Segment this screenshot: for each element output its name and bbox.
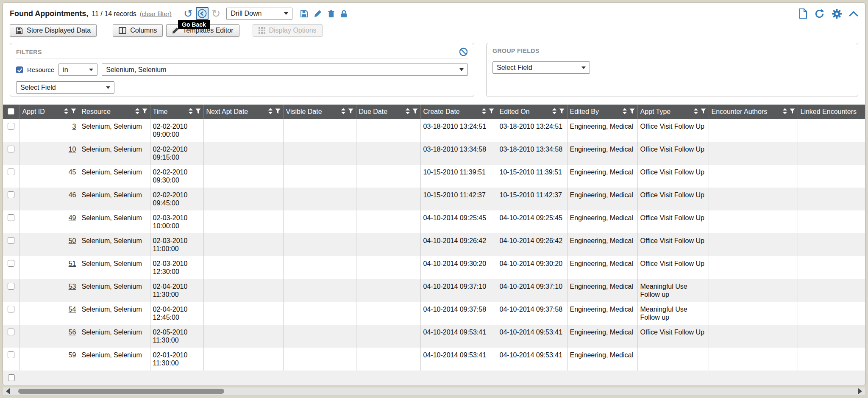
- cell-next_apt_date: [203, 279, 283, 302]
- columns-button[interactable]: Columns: [113, 24, 163, 37]
- go-back-button[interactable]: [196, 7, 209, 20]
- appt-id-link[interactable]: 10: [69, 146, 76, 153]
- appt-id-link[interactable]: 56: [69, 329, 76, 336]
- column-filter-icon[interactable]: [489, 108, 494, 116]
- table-row: 45Selenium, Selenium02-02-2010 09:30:001…: [3, 165, 865, 188]
- undo-icon[interactable]: ↺: [184, 8, 193, 19]
- column-filter-icon[interactable]: [412, 108, 418, 116]
- cell-time: 02-04-2010 12:45:00: [150, 302, 203, 325]
- row-checkbox[interactable]: [8, 123, 14, 130]
- sort-icon[interactable]: [188, 108, 193, 116]
- row-checkbox[interactable]: [8, 283, 14, 290]
- sort-icon[interactable]: [481, 108, 487, 116]
- column-filter-icon[interactable]: [195, 108, 201, 116]
- appt-id-link[interactable]: 3: [72, 123, 76, 130]
- cell-next_apt_date: [203, 233, 283, 256]
- column-header-visible_date[interactable]: Visible Date: [283, 105, 356, 119]
- table-row: 53Selenium, Selenium02-04-2010 11:30:000…: [3, 279, 865, 302]
- column-header-linked_encounters[interactable]: Linked Encounters: [798, 105, 865, 119]
- row-checkbox[interactable]: [8, 260, 14, 267]
- column-header-time[interactable]: Time: [150, 105, 203, 119]
- sort-icon[interactable]: [782, 108, 787, 116]
- cell-linked_encounters: [798, 256, 865, 279]
- sort-icon[interactable]: [341, 108, 346, 116]
- row-checkbox[interactable]: [8, 146, 14, 152]
- appt-id-link[interactable]: 49: [69, 214, 76, 221]
- appt-id-link[interactable]: 53: [69, 283, 76, 290]
- column-filter-icon[interactable]: [275, 108, 281, 116]
- scroll-right-arrow-icon[interactable]: [858, 388, 862, 394]
- filter-operator-select[interactable]: in: [58, 64, 97, 76]
- appt-id-link[interactable]: 54: [69, 306, 76, 313]
- scroll-left-arrow-icon[interactable]: [6, 388, 10, 394]
- column-header-create_date[interactable]: Create Date: [420, 105, 497, 119]
- go-back-icon: [198, 9, 207, 18]
- column-filter-icon[interactable]: [559, 108, 565, 116]
- clear-filter-link[interactable]: (clear filter): [140, 10, 172, 17]
- appt-id-link[interactable]: 50: [69, 237, 76, 244]
- sort-icon[interactable]: [552, 108, 557, 116]
- column-filter-icon[interactable]: [790, 108, 795, 116]
- go-forward-icon[interactable]: ↻: [211, 8, 221, 19]
- row-checkbox[interactable]: [8, 306, 14, 312]
- delete-trash-icon[interactable]: [328, 10, 335, 18]
- cell-due_date: [356, 142, 420, 165]
- row-checkbox[interactable]: [8, 374, 15, 381]
- column-header-appt_type[interactable]: Appt Type: [637, 105, 709, 119]
- sort-icon[interactable]: [64, 108, 69, 116]
- settings-gear-icon[interactable]: [832, 8, 842, 19]
- column-header-encounter_authors[interactable]: Encounter Authors: [709, 105, 798, 119]
- sort-icon[interactable]: [135, 108, 140, 116]
- column-header-edited_by[interactable]: Edited By: [567, 105, 637, 119]
- appt-id-link[interactable]: 59: [69, 351, 76, 359]
- column-filter-icon[interactable]: [142, 108, 147, 116]
- column-header-next_apt_date[interactable]: Next Apt Date: [203, 105, 283, 119]
- sort-icon[interactable]: [268, 108, 273, 116]
- select-all-checkbox[interactable]: [8, 108, 14, 115]
- appt-id-link[interactable]: 45: [69, 169, 76, 176]
- appt-id-link[interactable]: 46: [69, 191, 76, 199]
- filter-enabled-checkbox[interactable]: [16, 66, 23, 73]
- clear-filters-icon[interactable]: [459, 47, 468, 56]
- group-field-select[interactable]: Select Field: [492, 61, 590, 74]
- save-icon[interactable]: [300, 10, 308, 18]
- lock-icon[interactable]: [341, 10, 347, 18]
- cell-next_apt_date: [203, 165, 283, 188]
- cell-edited_on: 03-18-2010 13:24:51: [497, 119, 567, 142]
- column-filter-icon[interactable]: [701, 108, 706, 116]
- filter-add-field-select[interactable]: Select Field: [16, 81, 114, 94]
- row-checkbox[interactable]: [8, 169, 14, 175]
- store-displayed-data-button[interactable]: Store Displayed Data: [10, 24, 97, 37]
- cell-due_date: [356, 119, 420, 142]
- column-header-resource[interactable]: Resource: [79, 105, 150, 119]
- filter-value-select[interactable]: Selenium, Selenium: [102, 64, 468, 76]
- cell-due_date: [356, 165, 420, 188]
- refresh-icon[interactable]: [814, 8, 825, 19]
- document-icon[interactable]: [799, 8, 807, 19]
- column-filter-icon[interactable]: [348, 108, 353, 116]
- dropdown-caret-icon: [459, 68, 464, 71]
- row-checkbox[interactable]: [8, 214, 14, 221]
- row-checkbox[interactable]: [8, 191, 14, 198]
- column-header-edited_on[interactable]: Edited On: [497, 105, 567, 119]
- row-checkbox[interactable]: [8, 329, 14, 335]
- column-header-appt_id[interactable]: Appt ID: [19, 105, 79, 119]
- sort-icon[interactable]: [405, 108, 410, 116]
- column-filter-icon[interactable]: [629, 108, 635, 116]
- horizontal-scrollbar[interactable]: [3, 387, 865, 395]
- horizontal-scrollbar-thumb[interactable]: [18, 389, 224, 394]
- drill-down-select[interactable]: Drill Down: [226, 8, 292, 20]
- column-header-due_date[interactable]: Due Date: [356, 105, 420, 119]
- sort-icon[interactable]: [622, 108, 627, 116]
- appt-id-link[interactable]: 51: [69, 260, 76, 267]
- cell-next_apt_date: [203, 256, 283, 279]
- collapse-chevron-up-icon[interactable]: [849, 11, 858, 17]
- edit-pencil-icon[interactable]: [314, 10, 322, 17]
- column-filter-icon[interactable]: [71, 108, 76, 116]
- row-checkbox[interactable]: [8, 237, 14, 244]
- row-checkbox[interactable]: [8, 351, 14, 358]
- cell-encounter_authors: [709, 279, 798, 302]
- sort-icon[interactable]: [693, 108, 698, 116]
- cell-encounter_authors: [709, 256, 798, 279]
- cell-linked_encounters: [798, 233, 865, 256]
